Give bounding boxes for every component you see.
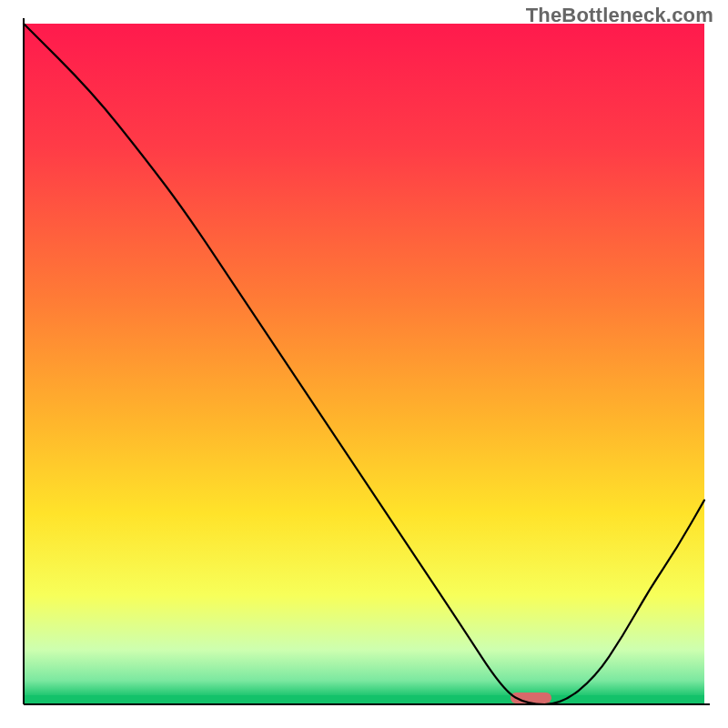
chart-container: TheBottleneck.com <box>0 0 728 728</box>
plot-area <box>24 24 704 704</box>
axis-lines <box>18 18 710 710</box>
